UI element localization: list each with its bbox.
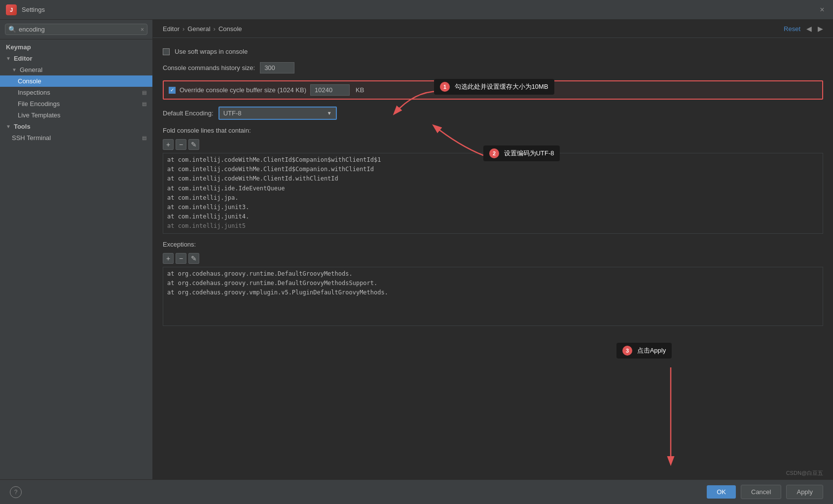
soft-wraps-label: Use soft wraps in console [175, 48, 248, 55]
search-bar: 🔍 × [0, 20, 152, 39]
file-encodings-page-icon: ▤ [142, 101, 146, 107]
sidebar-item-editor[interactable]: ▼ Editor [0, 53, 152, 64]
history-input[interactable] [260, 62, 294, 73]
fold-label: Fold console lines that contain: [163, 127, 823, 134]
exception-item-2: at org.codehaus.groovy.vmplugin.v5.Plugi… [167, 288, 819, 297]
inspections-label: Inspections [18, 89, 50, 96]
breadcrumb-sep-1: › [182, 25, 184, 33]
annotation-3-circle: 3 [622, 346, 632, 356]
search-wrapper[interactable]: 🔍 × [5, 24, 147, 35]
nav-tree: Keymap ▼ Editor ▼ General Console Inspec… [0, 39, 152, 479]
annotation-2: 2 设置编码为UTF-8 [483, 145, 560, 161]
sidebar: 🔍 × Keymap ▼ Editor ▼ General Console In… [0, 20, 153, 479]
console-label: Console [18, 77, 41, 85]
fold-item-5: at com.intellij.junit3. [167, 203, 819, 212]
fold-item-1: at com.intellij.codeWithMe.ClientId$Comp… [167, 165, 819, 174]
annotation-2-circle: 2 [489, 148, 499, 158]
fold-item-4: at com.intellij.jpa. [167, 193, 819, 203]
fold-add-button[interactable]: + [163, 139, 174, 150]
live-templates-label: Live Templates [18, 111, 60, 119]
annotation-3: 3 点击Apply [616, 343, 672, 359]
nav-forward-button[interactable]: ▶ [818, 25, 823, 33]
general-arrow-icon: ▼ [12, 67, 17, 72]
annotation-1: 1 勾选此处并设置缓存大小为10MB [434, 79, 554, 95]
exception-item-1: at org.codehaus.groovy.runtime.DefaultGr… [167, 279, 819, 288]
sidebar-item-file-encodings[interactable]: File Encodings ▤ [0, 98, 152, 109]
encoding-row: Default Encoding: UTF-8 ▼ [163, 107, 823, 120]
search-input[interactable] [19, 26, 138, 33]
override-unit: KB [356, 86, 364, 94]
sidebar-item-keymap[interactable]: Keymap [0, 41, 152, 53]
breadcrumb-sep-2: › [214, 25, 216, 33]
breadcrumb: Editor › General › Console [163, 25, 242, 33]
app-icon: J [6, 4, 17, 15]
ssh-page-icon: ▤ [142, 135, 146, 141]
exceptions-label: Exceptions: [163, 241, 823, 248]
exceptions-edit-button[interactable]: ✎ [188, 253, 199, 264]
exception-item-0: at org.codehaus.groovy.runtime.DefaultGr… [167, 269, 819, 279]
sidebar-item-ssh-terminal[interactable]: SSH Terminal ▤ [0, 132, 152, 144]
inspections-page-icon: ▤ [142, 90, 146, 95]
red-arrow-2 [419, 116, 488, 160]
nav-back-button[interactable]: ◀ [806, 25, 812, 33]
editor-arrow-icon: ▼ [6, 56, 11, 61]
search-clear-button[interactable]: × [141, 26, 144, 33]
soft-wraps-checkbox[interactable] [163, 48, 170, 55]
breadcrumb-console: Console [218, 25, 242, 33]
cancel-button[interactable]: Cancel [741, 485, 781, 499]
breadcrumb-bar: Editor › General › Console Reset ◀ ▶ [153, 20, 833, 38]
bottom-bar: ? OK Cancel Apply [0, 479, 833, 504]
fold-item-2: at com.intellij.codeWithMe.ClientId.with… [167, 174, 819, 183]
history-label: Console commands history size: [163, 64, 255, 72]
fold-edit-button[interactable]: ✎ [188, 139, 199, 150]
dropdown-arrow-icon: ▼ [327, 110, 332, 116]
encoding-value: UTF-8 [223, 109, 242, 117]
apply-button[interactable]: Apply [786, 485, 823, 499]
exceptions-remove-button[interactable]: − [176, 253, 186, 264]
sidebar-item-general[interactable]: ▼ General [0, 64, 152, 75]
close-button[interactable]: × [817, 5, 827, 15]
breadcrumb-general: General [187, 25, 210, 33]
editor-label: Editor [14, 55, 33, 62]
sidebar-item-console[interactable]: Console [0, 75, 152, 87]
annotation-1-text: 勾选此处并设置缓存大小为10MB [455, 83, 548, 90]
title-bar: J Settings × [0, 0, 833, 20]
search-icon: 🔍 [8, 26, 16, 33]
history-row: Console commands history size: [163, 62, 823, 73]
fold-item-3: at com.intellij.ide.IdeEventQueue [167, 184, 819, 193]
fold-item-6: at com.intellij.junit4. [167, 212, 819, 221]
sidebar-item-tools[interactable]: ▼ Tools [0, 121, 152, 132]
watermark: CSDN@白豆五 [786, 469, 823, 477]
override-checkbox[interactable] [169, 87, 176, 94]
annotation-1-circle: 1 [440, 82, 450, 92]
window-title: Settings [22, 6, 45, 13]
reset-button[interactable]: Reset [784, 25, 800, 33]
general-label: General [20, 66, 42, 73]
fold-item-7: at com.intellij.junit5 [167, 221, 819, 231]
help-button[interactable]: ? [10, 486, 22, 498]
exceptions-list-controls: + − ✎ [163, 253, 823, 264]
file-encodings-label: File Encodings [18, 100, 60, 108]
exceptions-add-button[interactable]: + [163, 253, 174, 264]
fold-remove-button[interactable]: − [176, 139, 186, 150]
ssh-terminal-label: SSH Terminal [12, 134, 51, 142]
encoding-dropdown[interactable]: UTF-8 ▼ [218, 107, 337, 120]
override-input[interactable] [310, 84, 350, 96]
annotation-3-text: 点击Apply [637, 347, 666, 354]
sidebar-item-live-templates[interactable]: Live Templates [0, 109, 152, 121]
override-label: Override console cycle buffer size (1024… [180, 86, 306, 94]
tools-arrow-icon: ▼ [6, 124, 11, 129]
settings-content: Use soft wraps in console Console comman… [153, 38, 833, 479]
ok-button[interactable]: OK [707, 485, 736, 499]
fold-list: at com.intellij.codeWithMe.ClientId$Comp… [163, 153, 823, 234]
breadcrumb-editor: Editor [163, 25, 180, 33]
soft-wraps-row: Use soft wraps in console [163, 48, 823, 55]
tools-label: Tools [14, 123, 31, 130]
red-arrow-3 [651, 365, 690, 473]
exceptions-list: at org.codehaus.groovy.runtime.DefaultGr… [163, 267, 823, 326]
encoding-label: Default Encoding: [163, 109, 214, 117]
sidebar-item-inspections[interactable]: Inspections ▤ [0, 87, 152, 98]
annotation-2-text: 设置编码为UTF-8 [504, 149, 554, 157]
keymap-label: Keymap [6, 43, 31, 51]
